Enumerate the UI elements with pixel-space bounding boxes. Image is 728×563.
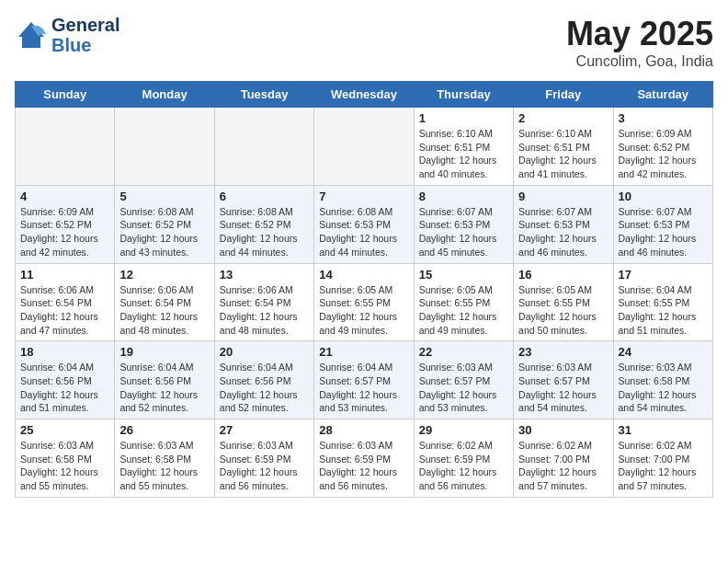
day-number: 5 [119, 190, 209, 203]
calendar-cell: 18Sunrise: 6:04 AMSunset: 6:56 PMDayligh… [16, 341, 115, 419]
day-number: 23 [518, 345, 608, 359]
day-info: Sunrise: 6:06 AMSunset: 6:54 PMDaylight:… [119, 283, 209, 338]
day-info: Sunrise: 6:05 AMSunset: 6:55 PMDaylight:… [518, 283, 608, 338]
calendar-cell: 12Sunrise: 6:06 AMSunset: 6:54 PMDayligh… [115, 263, 214, 341]
day-number: 1 [419, 111, 508, 125]
calendar-week-2: 4Sunrise: 6:09 AMSunset: 6:52 PMDaylight… [16, 185, 713, 263]
day-number: 13 [220, 268, 309, 282]
day-info: Sunrise: 6:09 AMSunset: 6:52 PMDaylight:… [619, 127, 708, 181]
calendar-cell: 8Sunrise: 6:07 AMSunset: 6:53 PMDaylight… [414, 185, 513, 263]
col-thursday: Thursday [414, 82, 513, 108]
day-number: 16 [518, 268, 608, 282]
day-info: Sunrise: 6:04 AMSunset: 6:57 PMDaylight:… [319, 361, 408, 415]
calendar-cell: 14Sunrise: 6:05 AMSunset: 6:55 PMDayligh… [314, 263, 414, 341]
calendar-cell [115, 108, 214, 186]
calendar-week-4: 18Sunrise: 6:04 AMSunset: 6:56 PMDayligh… [16, 341, 713, 419]
day-number: 26 [119, 423, 209, 437]
day-info: Sunrise: 6:07 AMSunset: 6:53 PMDaylight:… [419, 205, 508, 259]
day-info: Sunrise: 6:03 AMSunset: 6:57 PMDaylight:… [518, 361, 608, 415]
day-number: 25 [20, 423, 109, 437]
calendar-cell: 5Sunrise: 6:08 AMSunset: 6:52 PMDaylight… [115, 185, 214, 263]
day-info: Sunrise: 6:05 AMSunset: 6:55 PMDaylight:… [419, 283, 508, 338]
day-number: 21 [319, 345, 408, 359]
day-number: 20 [220, 345, 309, 359]
day-info: Sunrise: 6:02 AMSunset: 7:00 PMDaylight:… [518, 439, 608, 493]
day-info: Sunrise: 6:02 AMSunset: 6:59 PMDaylight:… [419, 439, 508, 493]
day-number: 2 [518, 111, 608, 125]
day-info: Sunrise: 6:03 AMSunset: 6:57 PMDaylight:… [419, 361, 508, 415]
calendar-week-1: 1Sunrise: 6:10 AMSunset: 6:51 PMDaylight… [16, 108, 713, 186]
calendar-cell [314, 108, 414, 186]
calendar-cell: 13Sunrise: 6:06 AMSunset: 6:54 PMDayligh… [214, 263, 313, 341]
day-info: Sunrise: 6:02 AMSunset: 7:00 PMDaylight:… [619, 439, 708, 493]
calendar-cell: 2Sunrise: 6:10 AMSunset: 6:51 PMDaylight… [514, 108, 613, 186]
col-wednesday: Wednesday [314, 82, 414, 108]
calendar-cell: 10Sunrise: 6:07 AMSunset: 6:53 PMDayligh… [613, 185, 712, 263]
calendar-cell: 9Sunrise: 6:07 AMSunset: 6:53 PMDaylight… [514, 185, 613, 263]
day-info: Sunrise: 6:03 AMSunset: 6:59 PMDaylight:… [319, 439, 408, 493]
day-info: Sunrise: 6:05 AMSunset: 6:55 PMDaylight:… [319, 283, 408, 338]
calendar-cell: 4Sunrise: 6:09 AMSunset: 6:52 PMDaylight… [16, 185, 115, 263]
calendar-cell: 23Sunrise: 6:03 AMSunset: 6:57 PMDayligh… [514, 341, 613, 419]
day-number: 12 [119, 268, 209, 282]
day-number: 15 [419, 268, 508, 282]
page-header: General Blue May 2025 Cuncolim, Goa, Ind… [15, 15, 713, 70]
day-info: Sunrise: 6:08 AMSunset: 6:53 PMDaylight:… [319, 205, 408, 259]
day-number: 14 [319, 268, 408, 282]
calendar-cell: 19Sunrise: 6:04 AMSunset: 6:56 PMDayligh… [115, 341, 214, 419]
day-number: 22 [419, 345, 508, 359]
day-number: 24 [619, 345, 708, 359]
day-info: Sunrise: 6:08 AMSunset: 6:52 PMDaylight:… [119, 205, 209, 259]
calendar-cell [16, 108, 115, 186]
calendar-cell [214, 108, 313, 186]
col-monday: Monday [115, 82, 214, 108]
day-number: 28 [319, 423, 408, 437]
day-info: Sunrise: 6:10 AMSunset: 6:51 PMDaylight:… [518, 127, 608, 181]
day-info: Sunrise: 6:04 AMSunset: 6:55 PMDaylight:… [619, 283, 708, 338]
calendar-cell: 15Sunrise: 6:05 AMSunset: 6:55 PMDayligh… [414, 263, 513, 341]
location: Cuncolim, Goa, India [566, 53, 713, 70]
day-number: 7 [319, 190, 408, 203]
day-number: 9 [518, 190, 608, 203]
day-info: Sunrise: 6:03 AMSunset: 6:58 PMDaylight:… [20, 439, 109, 493]
calendar-cell: 1Sunrise: 6:10 AMSunset: 6:51 PMDaylight… [414, 108, 513, 186]
day-number: 27 [220, 423, 309, 437]
calendar-cell: 16Sunrise: 6:05 AMSunset: 6:55 PMDayligh… [514, 263, 613, 341]
calendar-table: Sunday Monday Tuesday Wednesday Thursday… [15, 81, 713, 498]
calendar-cell: 27Sunrise: 6:03 AMSunset: 6:59 PMDayligh… [214, 419, 313, 498]
calendar-cell: 29Sunrise: 6:02 AMSunset: 6:59 PMDayligh… [414, 419, 513, 498]
calendar-header-row: Sunday Monday Tuesday Wednesday Thursday… [16, 82, 713, 108]
day-info: Sunrise: 6:10 AMSunset: 6:51 PMDaylight:… [419, 127, 508, 181]
logo-text: General Blue [51, 15, 119, 55]
day-number: 3 [619, 111, 708, 125]
calendar-cell: 25Sunrise: 6:03 AMSunset: 6:58 PMDayligh… [16, 419, 115, 498]
day-info: Sunrise: 6:03 AMSunset: 6:58 PMDaylight:… [119, 439, 209, 493]
logo: General Blue [15, 15, 119, 55]
calendar-cell: 11Sunrise: 6:06 AMSunset: 6:54 PMDayligh… [16, 263, 115, 341]
calendar-cell: 3Sunrise: 6:09 AMSunset: 6:52 PMDaylight… [613, 108, 712, 186]
calendar-cell: 22Sunrise: 6:03 AMSunset: 6:57 PMDayligh… [414, 341, 513, 419]
col-sunday: Sunday [16, 82, 115, 108]
day-info: Sunrise: 6:06 AMSunset: 6:54 PMDaylight:… [20, 283, 109, 338]
day-number: 30 [518, 423, 608, 437]
calendar-cell: 28Sunrise: 6:03 AMSunset: 6:59 PMDayligh… [314, 419, 414, 498]
logo-icon [15, 18, 48, 52]
calendar-cell: 17Sunrise: 6:04 AMSunset: 6:55 PMDayligh… [613, 263, 712, 341]
col-friday: Friday [514, 82, 613, 108]
day-number: 6 [220, 190, 309, 203]
day-number: 8 [419, 190, 508, 203]
title-block: May 2025 Cuncolim, Goa, India [566, 15, 713, 70]
calendar-cell: 6Sunrise: 6:08 AMSunset: 6:52 PMDaylight… [214, 185, 313, 263]
calendar-week-3: 11Sunrise: 6:06 AMSunset: 6:54 PMDayligh… [16, 263, 713, 341]
day-info: Sunrise: 6:09 AMSunset: 6:52 PMDaylight:… [20, 205, 109, 259]
col-saturday: Saturday [613, 82, 712, 108]
day-number: 11 [20, 268, 109, 282]
day-info: Sunrise: 6:08 AMSunset: 6:52 PMDaylight:… [220, 205, 309, 259]
day-number: 19 [119, 345, 209, 359]
day-number: 31 [619, 423, 708, 437]
day-info: Sunrise: 6:03 AMSunset: 6:58 PMDaylight:… [619, 361, 708, 415]
day-number: 18 [20, 345, 109, 359]
calendar-cell: 7Sunrise: 6:08 AMSunset: 6:53 PMDaylight… [314, 185, 414, 263]
calendar-cell: 20Sunrise: 6:04 AMSunset: 6:56 PMDayligh… [214, 341, 313, 419]
day-info: Sunrise: 6:04 AMSunset: 6:56 PMDaylight:… [119, 361, 209, 415]
